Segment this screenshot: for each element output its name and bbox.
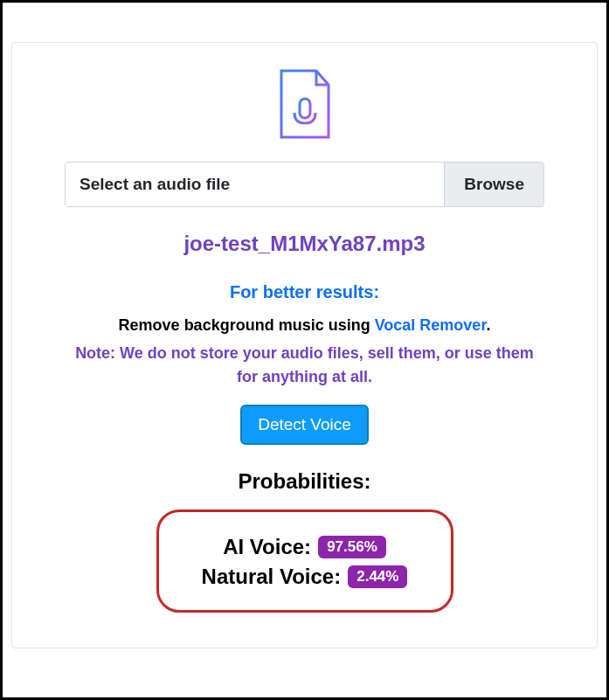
ai-voice-row: AI Voice: 97.56% [185,535,425,559]
selected-filename: joe-test_M1MxYa87.mp3 [65,232,544,256]
svg-rect-0 [300,99,310,118]
natural-voice-badge: 2.44% [348,565,407,588]
file-input[interactable]: Select an audio file [66,163,444,206]
note-text: Note: We do not store your audio files, … [65,342,544,389]
tip-text: Remove background music using [119,316,375,334]
file-input-group: Select an audio file Browse [65,162,544,207]
results-box: AI Voice: 97.56% Natural Voice: 2.44% [156,509,453,613]
upload-card: Select an audio file Browse joe-test_M1M… [11,42,598,648]
tips-heading: For better results: [65,282,544,302]
tip-suffix: . [486,316,490,334]
file-audio-icon [65,69,544,144]
natural-voice-label: Natural Voice: [202,565,342,589]
ai-voice-label: AI Voice: [223,535,311,559]
natural-voice-row: Natural Voice: 2.44% [185,565,425,589]
probabilities-heading: Probabilities: [65,469,544,494]
detect-voice-button[interactable]: Detect Voice [240,405,369,445]
browse-button[interactable]: Browse [444,163,543,206]
ai-voice-badge: 97.56% [318,536,386,558]
tip-remove-bg: Remove background music using Vocal Remo… [65,315,544,336]
vocal-remover-link[interactable]: Vocal Remover [375,316,487,334]
